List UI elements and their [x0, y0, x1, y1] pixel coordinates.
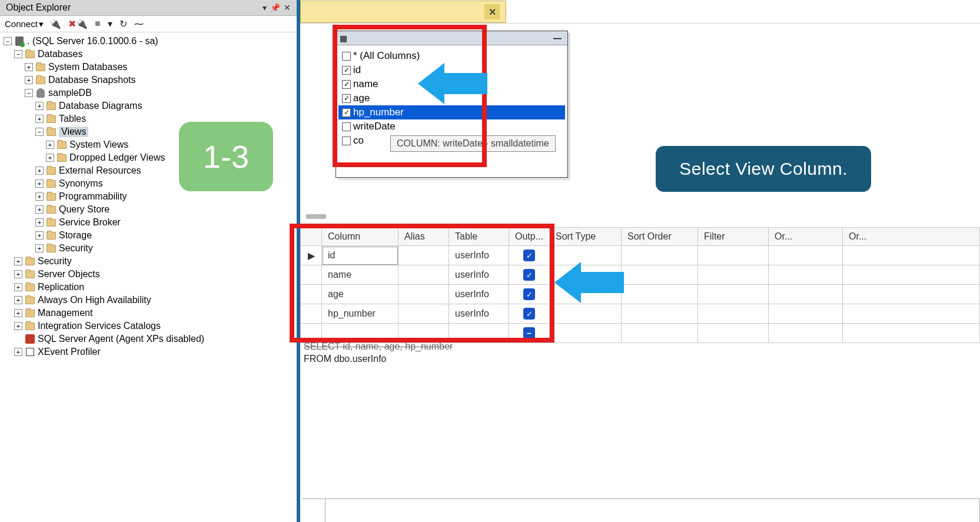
results-pane[interactable] [302, 498, 980, 522]
tree-view[interactable]: − . (SQL Server 16.0.1000.6 - sa) − Data… [0, 32, 297, 522]
cell-column[interactable]: age [322, 285, 398, 304]
stop-icon[interactable]: ■ [95, 18, 101, 29]
cell-table[interactable]: userInfo [449, 285, 509, 304]
col-header-table[interactable]: Table [449, 228, 509, 246]
tree-security-inner[interactable]: + Security [4, 242, 293, 255]
col-header-sorttype[interactable]: Sort Type [550, 228, 622, 246]
tree-db-diagrams[interactable]: + Database Diagrams [4, 99, 293, 112]
refresh-icon[interactable]: ↻ [119, 18, 127, 29]
cell-empty[interactable] [843, 285, 980, 304]
tree-database-snapshots[interactable]: + Database Snapshots [4, 74, 293, 87]
expander-icon[interactable]: + [14, 270, 22, 278]
col-header-alias[interactable]: Alias [398, 228, 449, 246]
tree-databases[interactable]: − Databases [4, 48, 293, 61]
expander-icon[interactable]: − [14, 50, 22, 58]
table-row[interactable]: nameuserInfo✓ [301, 265, 980, 285]
cell-empty[interactable] [622, 304, 698, 324]
cell-output[interactable]: ✓ [509, 304, 550, 324]
tree-storage[interactable]: + Storage [4, 229, 293, 242]
cell-empty[interactable] [698, 304, 769, 324]
cell-empty[interactable] [550, 324, 622, 343]
expander-icon[interactable]: + [35, 192, 44, 201]
cell-table[interactable]: userInfo [449, 265, 509, 285]
cell-output[interactable]: ✓ [509, 265, 550, 285]
expander-icon[interactable]: + [14, 283, 22, 291]
tree-service-broker[interactable]: + Service Broker [4, 216, 293, 229]
checkbox-icon[interactable] [342, 137, 351, 145]
tree-replication[interactable]: + Replication [4, 281, 293, 294]
cell-alias[interactable] [398, 265, 449, 285]
activity-icon[interactable]: ⁓ [134, 18, 144, 29]
expander-icon[interactable]: − [4, 37, 12, 45]
cell-table[interactable]: userInfo [449, 304, 509, 324]
expander-icon[interactable]: + [35, 218, 44, 227]
designer-tab[interactable]: ✕ [300, 1, 506, 23]
cell-output[interactable]: ✓ [509, 246, 550, 265]
expander-icon[interactable]: + [14, 348, 22, 356]
sql-pane[interactable]: SELECT id, name, age, hp_number FROM dbo… [300, 341, 456, 365]
cell-empty[interactable] [843, 246, 980, 265]
cell-output[interactable]: ✓ [509, 285, 550, 304]
tree-security[interactable]: + Security [4, 255, 293, 268]
checkbox-icon[interactable] [342, 108, 351, 117]
tree-agent[interactable]: SQL Server Agent (Agent XPs disabled) [4, 333, 293, 345]
tree-programmability[interactable]: + Programmability [4, 190, 293, 203]
expander-icon[interactable]: + [46, 141, 54, 149]
cell-empty[interactable] [398, 324, 449, 343]
col-header-output[interactable]: Outp... [509, 228, 550, 246]
checkbox-icon[interactable] [342, 52, 351, 61]
table-row[interactable]: ageuserInfo✓ [301, 285, 980, 304]
cell-output[interactable]: – [509, 324, 550, 343]
tree-root[interactable]: − . (SQL Server 16.0.1000.6 - sa) [4, 35, 293, 48]
expander-icon[interactable]: + [35, 167, 44, 175]
column-item[interactable]: writeDate [338, 119, 565, 134]
expander-icon[interactable]: − [35, 128, 44, 136]
expander-icon[interactable]: + [14, 322, 22, 330]
cell-empty[interactable] [622, 285, 698, 304]
cell-column[interactable]: id [322, 246, 398, 265]
row-selector[interactable] [301, 324, 322, 343]
cell-alias[interactable] [398, 304, 449, 324]
cell-empty[interactable] [622, 324, 698, 343]
close-icon[interactable]: ✕ [284, 3, 291, 12]
tab-close-icon[interactable]: ✕ [484, 4, 500, 19]
expander-icon[interactable]: + [35, 115, 44, 123]
column-item[interactable]: hp_number [338, 105, 565, 119]
expander-icon[interactable]: + [25, 63, 33, 71]
cell-empty[interactable] [843, 265, 980, 285]
cell-empty[interactable] [698, 246, 769, 265]
checkbox-icon[interactable] [342, 122, 351, 131]
table-row[interactable]: ▶iduserInfo✓ [301, 246, 980, 265]
tree-integration[interactable]: + Integration Services Catalogs [4, 320, 293, 333]
cell-empty[interactable] [769, 246, 843, 265]
filter-icon[interactable]: ▾ [108, 18, 112, 29]
cell-empty[interactable] [843, 324, 980, 343]
row-selector[interactable] [301, 265, 322, 285]
checkbox-icon[interactable] [342, 80, 351, 89]
col-header-column[interactable]: Column [322, 228, 398, 246]
tree-query-store[interactable]: + Query Store [4, 203, 293, 216]
connect-button[interactable]: Connect▾ [5, 19, 44, 29]
col-header-filter[interactable]: Filter [698, 228, 769, 246]
cell-empty[interactable] [769, 304, 843, 324]
row-selector[interactable] [301, 285, 322, 304]
cell-column[interactable]: hp_number [322, 304, 398, 324]
cell-empty[interactable] [622, 265, 698, 285]
cell-empty[interactable] [698, 285, 769, 304]
connect-icon[interactable]: 🔌 [49, 18, 61, 29]
expander-icon[interactable]: + [35, 231, 44, 240]
indeterminate-icon[interactable]: – [523, 327, 535, 339]
expander-icon[interactable]: + [35, 179, 44, 188]
cell-empty[interactable] [769, 324, 843, 343]
expander-icon[interactable]: − [25, 89, 33, 97]
disconnect-icon[interactable]: ✖🔌 [68, 18, 88, 29]
tree-management[interactable]: + Management [4, 307, 293, 320]
col-header-sortorder[interactable]: Sort Order [622, 228, 698, 246]
check-icon[interactable]: ✓ [523, 250, 535, 261]
cell-empty[interactable] [843, 304, 980, 324]
minimize-icon[interactable]: — [551, 34, 564, 43]
tree-system-databases[interactable]: + System Databases [4, 61, 293, 74]
cell-empty[interactable] [698, 265, 769, 285]
table-row[interactable]: hp_numberuserInfo✓ [301, 304, 980, 324]
cell-alias[interactable] [398, 285, 449, 304]
